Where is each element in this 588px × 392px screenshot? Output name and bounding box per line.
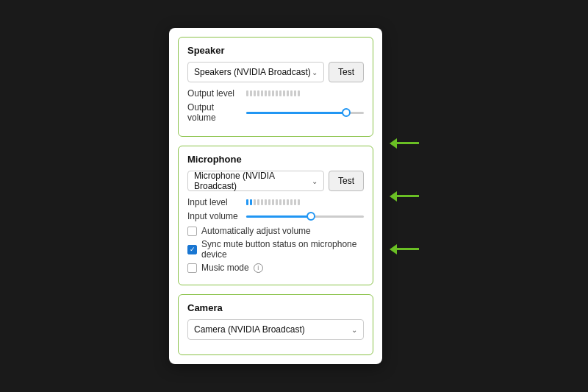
microphone-select[interactable]: Microphone (NVIDIA Broadcast) ⌄ (187, 171, 324, 191)
input-tick-9 (276, 199, 278, 205)
input-tick-10 (279, 199, 282, 205)
sync-mute-checkbox[interactable] (187, 245, 197, 254)
speaker-chevron-icon: ⌄ (312, 68, 318, 76)
input-tick-6 (265, 199, 267, 205)
input-tick-15 (298, 199, 300, 205)
input-tick-2 (250, 199, 252, 205)
camera-section: Camera Camera (NVIDIA Broadcast) ⌄ (178, 294, 373, 355)
tick-10 (279, 90, 282, 96)
tick-13 (290, 90, 293, 96)
auto-adjust-row: Automatically adjust volume (187, 226, 364, 236)
speaker-output-level-row: Output level (187, 88, 364, 99)
input-level-bar (246, 199, 364, 205)
music-mode-label: Music mode (201, 263, 249, 273)
input-level-label: Input level (187, 197, 240, 207)
tick-15 (298, 90, 300, 96)
microphone-arrow-line (397, 195, 419, 197)
camera-title: Camera (187, 302, 364, 313)
camera-select[interactable]: Camera (NVIDIA Broadcast) ⌄ (187, 319, 364, 340)
microphone-input-volume-row: Input volume (187, 211, 364, 221)
speaker-arrow-line (397, 142, 419, 144)
input-volume-thumb[interactable] (306, 212, 315, 221)
speaker-select[interactable]: Speakers (NVIDIA Broadcast) ⌄ (187, 62, 324, 82)
microphone-arrow (390, 191, 419, 202)
settings-panel: Speaker Speakers (NVIDIA Broadcast) ⌄ Te… (169, 28, 382, 364)
tick-7 (268, 90, 270, 96)
camera-device-row: Camera (NVIDIA Broadcast) ⌄ (187, 319, 364, 340)
camera-chevron-icon: ⌄ (351, 326, 357, 334)
output-volume-track[interactable] (246, 112, 364, 114)
input-volume-fill (246, 215, 311, 218)
input-tick-11 (283, 199, 285, 205)
speaker-device-name: Speakers (NVIDIA Broadcast) (194, 67, 311, 77)
output-volume-label: Output volume (187, 102, 240, 123)
speaker-title: Speaker (187, 45, 364, 56)
input-volume-label: Input volume (187, 211, 240, 221)
output-volume-thumb[interactable] (342, 108, 351, 117)
tick-12 (287, 90, 289, 96)
arrows-column (390, 138, 419, 254)
input-tick-5 (261, 199, 263, 205)
sync-mute-label: Sync mute button status on microphone de… (201, 239, 364, 260)
microphone-device-row: Microphone (NVIDIA Broadcast) ⌄ Test (187, 171, 364, 191)
input-tick-8 (272, 199, 274, 205)
music-mode-checkbox[interactable] (187, 263, 197, 273)
speaker-device-row: Speakers (NVIDIA Broadcast) ⌄ Test (187, 62, 364, 82)
sync-mute-row: Sync mute button status on microphone de… (187, 239, 364, 260)
output-volume-fill (246, 112, 346, 114)
input-tick-4 (257, 199, 259, 205)
microphone-section: Microphone Microphone (NVIDIA Broadcast)… (178, 146, 373, 285)
microphone-title: Microphone (187, 154, 364, 165)
input-tick-13 (290, 199, 293, 205)
input-tick-7 (268, 199, 270, 205)
camera-device-name: Camera (NVIDIA Broadcast) (194, 324, 305, 335)
tick-11 (283, 90, 285, 96)
input-tick-3 (254, 199, 256, 205)
music-mode-info-icon[interactable]: i (254, 263, 263, 273)
camera-arrow-head (390, 244, 397, 254)
microphone-chevron-icon: ⌄ (312, 177, 318, 185)
microphone-device-name: Microphone (NVIDIA Broadcast) (194, 171, 312, 191)
input-volume-track[interactable] (246, 215, 364, 218)
speaker-arrow (390, 138, 419, 149)
microphone-arrow-head (390, 191, 397, 202)
tick-3 (254, 90, 256, 96)
input-tick-14 (294, 199, 296, 205)
tick-5 (261, 90, 263, 96)
speaker-section: Speaker Speakers (NVIDIA Broadcast) ⌄ Te… (178, 37, 373, 137)
tick-8 (272, 90, 274, 96)
camera-arrow (390, 244, 419, 254)
speaker-output-volume-row: Output volume (187, 102, 364, 123)
tick-1 (246, 90, 248, 96)
tick-9 (276, 90, 278, 96)
output-level-label: Output level (187, 88, 240, 99)
tick-6 (265, 90, 267, 96)
auto-adjust-label: Automatically adjust volume (201, 226, 311, 236)
auto-adjust-checkbox[interactable] (187, 227, 197, 236)
camera-arrow-line (397, 248, 419, 250)
tick-14 (294, 90, 296, 96)
speaker-test-button[interactable]: Test (329, 62, 364, 82)
input-tick-1 (246, 199, 248, 205)
panel-container: Speaker Speakers (NVIDIA Broadcast) ⌄ Te… (169, 28, 419, 364)
input-tick-12 (287, 199, 289, 205)
tick-2 (250, 90, 252, 96)
microphone-test-button[interactable]: Test (329, 171, 364, 191)
output-level-bar (246, 90, 364, 96)
microphone-input-level-row: Input level (187, 197, 364, 207)
tick-4 (257, 90, 259, 96)
music-mode-row: Music mode i (187, 263, 364, 273)
speaker-arrow-head (390, 138, 397, 149)
